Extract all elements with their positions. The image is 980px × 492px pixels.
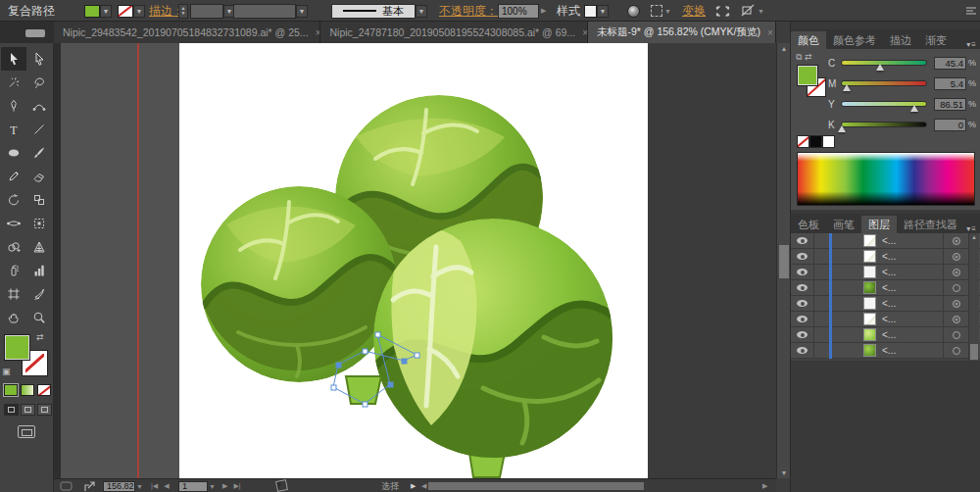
layer-name-label[interactable]: <... <box>882 282 943 293</box>
artboard-dropdown-icon[interactable]: ▼ <box>209 483 216 490</box>
target-icon[interactable] <box>953 347 960 355</box>
eye-icon[interactable] <box>797 331 808 338</box>
isolate-dropdown-icon[interactable]: ▼ <box>664 8 671 15</box>
target-cell[interactable] <box>943 312 968 327</box>
layer-name-label[interactable]: <... <box>882 298 943 309</box>
eye-icon[interactable] <box>797 253 808 260</box>
fill-color-indicator[interactable] <box>5 335 29 360</box>
hand-tool[interactable] <box>1 306 26 329</box>
opacity-link[interactable]: 不透明度： <box>439 3 498 20</box>
scale-tool[interactable] <box>26 188 52 212</box>
hscroll-right-icon[interactable]: ▶ <box>762 482 767 490</box>
target-icon[interactable] <box>953 253 960 261</box>
channel-slider-thumb[interactable] <box>843 84 851 91</box>
align-dropdown-icon[interactable] <box>741 4 756 19</box>
status-next-icon[interactable]: ▶ <box>411 482 416 490</box>
layer-name-label[interactable]: <... <box>882 267 943 277</box>
selection-tool[interactable] <box>1 47 26 71</box>
style-dropdown-icon[interactable]: ▼ <box>597 5 609 18</box>
layer-row-2[interactable]: <... <box>791 249 980 265</box>
layers-panel-menu-icon[interactable]: ▾≡ <box>966 224 980 233</box>
layers-panel-tab-3[interactable]: 图层 <box>861 216 897 233</box>
stroke-style-button[interactable]: 基本 <box>331 4 416 19</box>
eye-icon[interactable] <box>797 347 808 354</box>
target-cell[interactable] <box>943 249 968 265</box>
draw-inside-button[interactable] <box>37 404 52 416</box>
column-graph-tool[interactable] <box>26 259 52 282</box>
color-panel-tab-4[interactable]: 渐变 <box>918 31 954 49</box>
target-icon[interactable] <box>953 269 960 276</box>
width-tool[interactable] <box>1 212 26 235</box>
layer-thumbnail[interactable] <box>863 297 876 310</box>
zoom-dropdown-icon[interactable]: ▼ <box>136 483 143 490</box>
layer-thumbnail[interactable] <box>863 313 876 325</box>
layer-row-3[interactable]: <... <box>791 265 980 280</box>
channel-slider-thumb[interactable] <box>876 64 884 71</box>
color-mode-button[interactable] <box>4 384 18 396</box>
visibility-cell[interactable] <box>791 327 814 343</box>
last-artboard-icon[interactable]: ▶| <box>233 482 240 490</box>
eye-icon[interactable] <box>797 237 808 244</box>
visibility-cell[interactable] <box>791 265 814 280</box>
screen-mode-button[interactable] <box>18 425 35 438</box>
eye-icon[interactable] <box>797 269 808 275</box>
scroll-up-icon[interactable]: ▲ <box>777 43 791 54</box>
paintbrush-tool[interactable] <box>26 141 52 165</box>
vertical-scrollbar[interactable]: ▲ ▼ <box>776 43 790 478</box>
layer-name-label[interactable]: <... <box>882 251 943 262</box>
visibility-cell[interactable] <box>791 296 814 312</box>
stroke-color-swatch[interactable] <box>118 5 133 18</box>
color-spectrum-bar[interactable] <box>797 152 975 206</box>
tab-close-icon[interactable]: × <box>767 27 773 38</box>
quick-swatch-none[interactable] <box>797 135 809 148</box>
swap-fill-stroke-icon[interactable]: ⇄ <box>36 332 44 342</box>
layer-name-label[interactable]: <... <box>882 329 943 340</box>
next-artboard-icon[interactable]: ▶ <box>222 482 227 490</box>
eraser-tool[interactable] <box>26 165 52 188</box>
first-artboard-icon[interactable]: |◀ <box>151 482 158 490</box>
symbol-sprayer-tool[interactable] <box>1 259 26 282</box>
type-tool[interactable]: T <box>1 118 26 141</box>
layers-panel-tab-4[interactable]: 路径查找器 <box>897 216 964 233</box>
layer-thumbnail[interactable] <box>863 344 876 357</box>
pencil-tool[interactable] <box>1 165 26 188</box>
layers-scrollbar[interactable]: ▲ <box>968 233 979 361</box>
eye-icon[interactable] <box>797 300 808 307</box>
perspective-grid-tool[interactable] <box>26 235 52 259</box>
target-cell[interactable] <box>943 233 968 249</box>
layer-thumbnail[interactable] <box>863 250 876 263</box>
visibility-cell[interactable] <box>791 312 814 327</box>
align-menu-arrow-icon[interactable]: ▼ <box>758 8 764 15</box>
toolbar-grip[interactable] <box>25 29 45 37</box>
layer-row-4[interactable]: <... <box>791 280 980 296</box>
channel-value-field[interactable]: 0 <box>934 119 966 131</box>
prev-artboard-icon[interactable]: ◀ <box>164 482 169 490</box>
layer-thumbnail[interactable] <box>863 266 876 278</box>
layer-thumbnail[interactable] <box>863 328 876 341</box>
brush-definition-field[interactable] <box>233 4 296 19</box>
free-transform-tool[interactable] <box>26 212 52 235</box>
target-cell[interactable] <box>943 265 968 280</box>
layers-panel-tab-2[interactable]: 画笔 <box>826 216 861 233</box>
stroke-color-dropdown-icon[interactable]: ▼ <box>133 5 145 18</box>
rotate-tool[interactable] <box>1 188 26 212</box>
document-tab-3[interactable]: 未标题-9* @ 156.82% (CMYK/预览)× <box>588 22 776 43</box>
slice-tool[interactable] <box>26 282 52 306</box>
zoom-level-field[interactable]: 156.82 <box>103 481 135 492</box>
target-icon[interactable] <box>953 284 960 292</box>
direct-selection-tool[interactable] <box>26 47 52 71</box>
artboard-tool[interactable] <box>1 282 26 306</box>
scroll-down-icon[interactable]: ▼ <box>777 467 791 478</box>
channel-value-field[interactable]: 45.4 <box>934 57 966 70</box>
layer-thumbnail[interactable] <box>863 234 876 247</box>
isolate-selection-icon[interactable] <box>651 5 662 17</box>
color-panel-tab-2[interactable]: 颜色参考 <box>826 31 883 49</box>
eye-icon[interactable] <box>797 316 808 322</box>
shape-builder-tool[interactable] <box>1 235 26 259</box>
quick-swatch-black[interactable] <box>809 135 822 148</box>
document-tab-2[interactable]: Nipic_24787180_20190508195524308085.ai* … <box>320 22 587 43</box>
draw-normal-button[interactable] <box>4 404 19 416</box>
eye-icon[interactable] <box>797 284 808 291</box>
channel-value-field[interactable]: 86.51 <box>934 98 966 111</box>
visibility-cell[interactable] <box>791 249 814 265</box>
